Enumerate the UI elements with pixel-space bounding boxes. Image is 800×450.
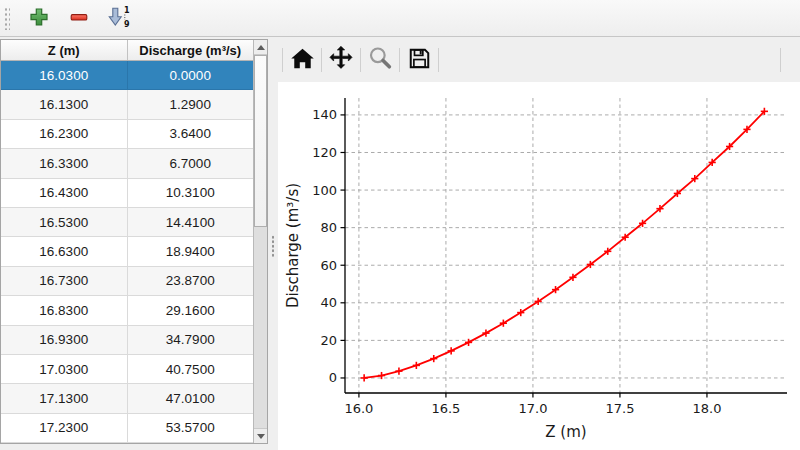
svg-text:9: 9	[124, 20, 130, 29]
y-tick-label: 0	[329, 370, 337, 385]
x-axis-label: Z (m)	[545, 423, 586, 441]
save-icon	[407, 46, 432, 74]
pan-button[interactable]	[324, 43, 358, 77]
scroll-down-icon	[257, 434, 265, 439]
table-cell[interactable]: 10.3100	[127, 179, 254, 207]
table-row[interactable]: 16.03000.0000	[1, 61, 253, 90]
x-tick-label: 16.0	[344, 401, 373, 416]
table-cell[interactable]: 16.3300	[1, 149, 127, 177]
table-row[interactable]: 16.430010.3100	[1, 179, 253, 208]
toolbar-drag-handle[interactable]	[3, 6, 10, 30]
home-icon	[290, 47, 315, 73]
table-row[interactable]: 16.23003.6400	[1, 120, 253, 149]
table-cell[interactable]: 16.2300	[1, 120, 127, 148]
add-row-button[interactable]	[24, 3, 54, 33]
table-cell[interactable]: 16.6300	[1, 237, 127, 265]
column-header-discharge[interactable]: Discharge (m³/s)	[127, 40, 254, 60]
table-cell[interactable]: 3.6400	[127, 120, 254, 148]
y-tick-label: 120	[312, 145, 337, 160]
table-cell[interactable]: 16.8300	[1, 296, 127, 324]
table-cell[interactable]: 40.7500	[127, 355, 254, 383]
scrollbar-thumb[interactable]	[254, 55, 267, 227]
table-row[interactable]: 17.030040.7500	[1, 355, 253, 384]
pan-icon	[328, 45, 354, 74]
table-cell[interactable]: 16.1300	[1, 90, 127, 118]
table-cell[interactable]: 14.4100	[127, 208, 254, 236]
remove-row-button[interactable]	[64, 3, 94, 33]
table-row[interactable]: 16.930034.7900	[1, 326, 253, 355]
splitter-handle-icon	[271, 235, 275, 257]
table-row[interactable]: 16.13001.2900	[1, 90, 253, 119]
table-cell[interactable]: 17.2300	[1, 414, 127, 442]
column-header-z[interactable]: Z (m)	[1, 40, 127, 60]
table-cell[interactable]: 53.5700	[127, 414, 254, 442]
figure-canvas[interactable]: 16.016.517.017.518.0020406080100120140Z …	[278, 82, 800, 450]
table-row[interactable]: 16.630018.9400	[1, 237, 253, 266]
y-tick-label: 80	[320, 220, 337, 235]
table-cell[interactable]: 16.7300	[1, 267, 127, 295]
table-row[interactable]: 16.530014.4100	[1, 208, 253, 237]
main-toolbar: 1 9	[0, 0, 800, 37]
table-row[interactable]: 17.230053.5700	[1, 414, 253, 443]
scrollbar-track[interactable]	[254, 55, 267, 428]
table-cell[interactable]: 16.0300	[1, 61, 127, 89]
scroll-up-icon	[257, 45, 265, 50]
table-row[interactable]: 16.830029.1600	[1, 296, 253, 325]
table-cell[interactable]: 34.7900	[127, 326, 254, 354]
y-tick-label: 60	[320, 258, 337, 273]
sort-ascending-icon: 1 9	[107, 5, 131, 32]
add-icon	[29, 7, 49, 30]
x-tick-label: 16.5	[431, 401, 460, 416]
x-tick-label: 18.0	[692, 401, 721, 416]
table-cell[interactable]: 16.9300	[1, 326, 127, 354]
table-row[interactable]: 16.730023.8700	[1, 267, 253, 296]
table-row[interactable]: 16.33006.7000	[1, 149, 253, 178]
table-cell[interactable]: 23.8700	[127, 267, 254, 295]
table-cell[interactable]: 29.1600	[127, 296, 254, 324]
save-button[interactable]	[402, 43, 436, 77]
table-cell[interactable]: 6.7000	[127, 149, 254, 177]
table-cell[interactable]: 16.5300	[1, 208, 127, 236]
y-tick-label: 20	[320, 333, 337, 348]
toolbar-separator	[321, 48, 322, 72]
toolbar-separator	[282, 48, 283, 72]
table-cell[interactable]: 47.0100	[127, 384, 254, 412]
scrollbar-down-button[interactable]	[254, 428, 267, 443]
table-row[interactable]: 17.130047.0100	[1, 384, 253, 413]
home-button[interactable]	[285, 43, 319, 77]
plot-line	[364, 111, 764, 378]
toolbar-separator	[438, 48, 439, 72]
zoom-icon	[367, 45, 393, 74]
table-cell[interactable]: 18.9400	[127, 237, 254, 265]
panel-splitter[interactable]	[268, 38, 278, 450]
rating-curve-table: Z (m) Discharge (m³/s) 16.03000.000016.1…	[0, 39, 268, 444]
x-tick-label: 17.0	[518, 401, 547, 416]
remove-icon	[69, 7, 89, 30]
toolbar-separator	[780, 48, 781, 72]
sort-button[interactable]: 1 9	[104, 3, 134, 33]
table-cell[interactable]: 17.0300	[1, 355, 127, 383]
table-cell[interactable]: 0.0000	[127, 61, 254, 89]
y-axis-label: Discharge (m³/s)	[284, 183, 302, 308]
table-header-row: Z (m) Discharge (m³/s)	[1, 40, 253, 61]
y-tick-label: 40	[320, 295, 337, 310]
x-tick-label: 17.5	[605, 401, 634, 416]
table-cell[interactable]: 16.4300	[1, 179, 127, 207]
toolbar-separator	[360, 48, 361, 72]
table-cell[interactable]: 17.1300	[1, 384, 127, 412]
table-cell[interactable]: 1.2900	[127, 90, 254, 118]
rating-curve-plot: 16.016.517.017.518.0020406080100120140Z …	[278, 82, 800, 450]
plot-nav-toolbar	[278, 37, 800, 82]
scrollbar-up-button[interactable]	[254, 40, 267, 55]
y-tick-label: 100	[312, 183, 337, 198]
y-tick-label: 140	[312, 107, 337, 122]
zoom-button[interactable]	[363, 43, 397, 77]
toolbar-separator	[399, 48, 400, 72]
svg-text:1: 1	[124, 6, 130, 15]
table-body: 16.03000.000016.13001.290016.23003.64001…	[1, 61, 253, 443]
table-scrollbar[interactable]	[253, 40, 267, 443]
